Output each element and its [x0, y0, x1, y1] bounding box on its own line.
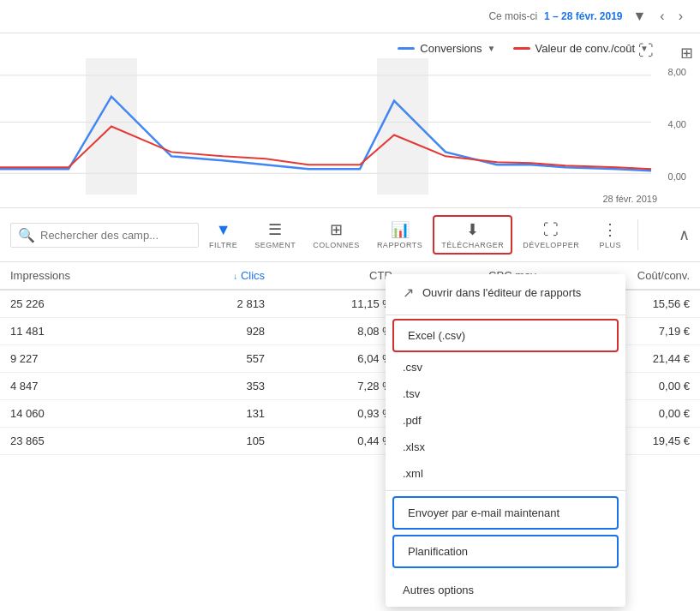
metric1-line: [398, 47, 415, 50]
cell-clics: 557: [167, 345, 275, 373]
excel-item[interactable]: Excel (.csv): [392, 319, 619, 352]
date-label: Ce mois-ci: [488, 10, 537, 22]
cell-ctr: 8,08 %: [275, 318, 403, 345]
metric2-line: [513, 47, 530, 50]
date-prev-icon[interactable]: ‹: [656, 7, 667, 26]
telecharger-icon: ⬇: [466, 220, 479, 239]
date-dropdown-icon[interactable]: ▼: [630, 7, 650, 26]
developper-icon: ⛶: [543, 221, 559, 239]
filter-icon: ▼: [216, 221, 231, 239]
cell-ctr: 0,93 %: [275, 400, 403, 428]
y-label-top: 8,00: [668, 67, 686, 77]
chart-area: 8,00 4,00 0,00 28 févr. 2019: [0, 58, 700, 208]
colonnes-button[interactable]: ⊞ COLONNES: [306, 217, 367, 253]
rapports-button[interactable]: 📊 RAPPORTS: [370, 217, 429, 253]
filter-button[interactable]: ▼ FILTRE: [202, 218, 244, 253]
date-range: 1 – 28 févr. 2019: [544, 10, 622, 22]
date-next-icon[interactable]: ›: [675, 7, 686, 26]
open-editor-item[interactable]: ↗ Ouvrir dans l'éditeur de rapports: [386, 274, 625, 311]
metric1-pill[interactable]: Conversions ▼: [398, 42, 495, 55]
metric1-chevron: ▼: [488, 44, 496, 53]
cell-ctr: 6,04 %: [275, 345, 403, 373]
segment-label: SEGMENT: [254, 241, 296, 249]
cell-clics: 353: [167, 373, 275, 400]
chart-date-label: 28 févr. 2019: [602, 194, 657, 204]
rapports-label: RAPPORTS: [377, 241, 422, 249]
telecharger-label: TÉLÉCHARGER: [441, 241, 504, 249]
tsv-item[interactable]: .tsv: [386, 380, 625, 407]
collapse-button[interactable]: ∧: [679, 225, 690, 244]
toolbar: 🔍 ▼ FILTRE ☰ SEGMENT ⊞ COLONNES 📊 RAPPOR…: [0, 208, 700, 262]
cell-clics: 928: [167, 318, 275, 345]
dropdown-menu: ↗ Ouvrir dans l'éditeur de rapports Exce…: [386, 274, 625, 455]
cell-clics: 105: [167, 428, 275, 455]
plus-button[interactable]: ⋮ PLUS: [589, 217, 631, 253]
toolbar-divider: [637, 219, 638, 250]
excel-label: Excel (.csv): [408, 329, 465, 342]
colonnes-label: COLONNES: [313, 241, 360, 249]
sort-icon: ↓: [233, 272, 237, 281]
chart-svg: [0, 58, 700, 207]
open-editor-label: Ouvrir dans l'éditeur de rapports: [422, 286, 581, 299]
col-clics[interactable]: ↓ Clics: [167, 262, 275, 290]
cell-impressions: 14 060: [0, 400, 167, 428]
y-axis: 8,00 4,00 0,00: [668, 58, 686, 207]
cell-impressions: 25 226: [0, 290, 167, 318]
cell-impressions: 4 847: [0, 373, 167, 400]
format-sub-items: .csv .tsv .pdf .xlsx .xml: [386, 354, 625, 455]
expand-squares-icon: ⛶: [638, 42, 654, 60]
metrics-bar: Conversions ▼ Valeur de conv./coût ▼ ⛶ D…: [0, 33, 700, 58]
segment-button[interactable]: ☰ SEGMENT: [248, 217, 302, 253]
cell-ctr: 7,28 %: [275, 373, 403, 400]
y-label-bot: 0,00: [668, 171, 686, 182]
y-label-mid: 4,00: [668, 119, 686, 129]
col-impressions[interactable]: Impressions: [0, 262, 167, 290]
date-bar: Ce mois-ci 1 – 28 févr. 2019 ▼ ‹ ›: [0, 0, 700, 33]
search-input[interactable]: [40, 229, 191, 242]
dropdown-divider-1: [386, 314, 625, 315]
editor-arrow-icon: ↗: [403, 285, 414, 301]
developper-button[interactable]: ⛶ DÉVELOPPER: [516, 218, 586, 253]
filter-label: FILTRE: [209, 241, 237, 249]
plus-icon: ⋮: [602, 220, 618, 239]
segment-icon: ☰: [268, 220, 282, 239]
search-icon: 🔍: [18, 227, 35, 243]
pdf-item[interactable]: .pdf: [386, 407, 625, 434]
plus-label: PLUS: [600, 241, 622, 249]
clics-header-label: Clics: [241, 269, 265, 282]
cell-ctr: 0,44 %: [275, 428, 403, 455]
cell-ctr: 11,15 %: [275, 290, 403, 318]
metric1-label: Conversions: [420, 42, 482, 55]
col-ctr[interactable]: CTR: [275, 262, 403, 290]
cell-impressions: 11 481: [0, 318, 167, 345]
csv-item[interactable]: .csv: [386, 354, 625, 380]
cell-clics: 131: [167, 400, 275, 428]
cell-clics: 2 813: [167, 290, 275, 318]
developper-label: DÉVELOPPER: [523, 241, 579, 249]
search-box[interactable]: 🔍: [10, 223, 199, 248]
cell-impressions: 23 865: [0, 428, 167, 455]
xlsx-item[interactable]: .xlsx: [386, 434, 625, 455]
cell-impressions: 9 227: [0, 345, 167, 373]
colonnes-icon: ⊞: [330, 220, 343, 239]
telecharger-button[interactable]: ⬇ TÉLÉCHARGER: [433, 215, 512, 255]
rapports-icon: 📊: [391, 220, 410, 239]
